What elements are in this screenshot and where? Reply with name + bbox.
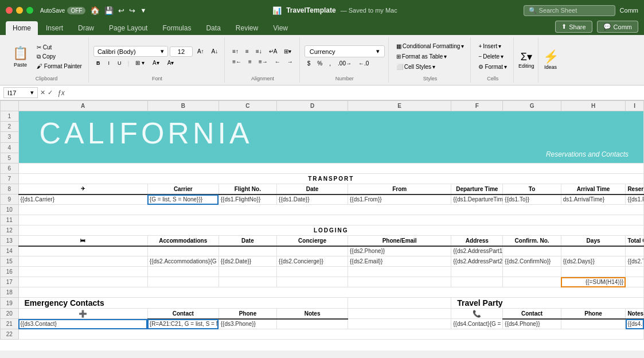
cell-b21[interactable]: {R=A21:C21, G = list, S = None}}} (147, 319, 218, 329)
cell-g16[interactable] (503, 267, 561, 277)
cell-a16[interactable] (18, 267, 147, 277)
cell-a14[interactable] (18, 246, 147, 256)
cell-a17[interactable] (18, 277, 147, 287)
col-date-t[interactable]: Date (277, 184, 348, 194)
cell-c15[interactable]: {{ds2.Date}} (218, 256, 276, 267)
comm-button[interactable]: Comm (620, 7, 638, 14)
ec-col-phone[interactable]: Phone (218, 309, 276, 319)
delete-cells-button[interactable]: − Delete ▾ (475, 52, 510, 61)
transport-header[interactable]: TRANSPORT (18, 174, 643, 184)
tab-view[interactable]: View (266, 21, 295, 35)
cell-f16[interactable] (451, 267, 503, 277)
cell-i17[interactable] (626, 277, 644, 287)
row-header-20[interactable]: 20 (1, 309, 19, 319)
minimize-button[interactable] (16, 7, 23, 14)
tp-col-contact[interactable]: Contact (503, 309, 561, 319)
col-flightno[interactable]: Flight No. (218, 184, 276, 194)
tab-data[interactable]: Data (199, 21, 227, 35)
tab-draw[interactable]: Draw (71, 21, 101, 35)
ec-col-contact[interactable]: Contact (147, 309, 218, 319)
tab-insert[interactable]: Insert (39, 21, 70, 35)
font-color-button[interactable]: A▾ (165, 59, 177, 67)
row-header-7[interactable]: 7 (1, 174, 19, 184)
ec-col-notes[interactable]: Notes (277, 309, 348, 319)
font-name-dropdown[interactable]: Calibri (Body) ▾ (93, 46, 168, 57)
redo-icon[interactable]: ↪ (129, 6, 135, 15)
cell-e17[interactable] (348, 277, 451, 287)
cell-e16[interactable] (348, 267, 451, 277)
format-as-table-button[interactable]: ⊞ Format as Table ▾ (393, 52, 467, 61)
col-header-f[interactable]: F (451, 101, 503, 111)
cell-h14[interactable] (561, 246, 626, 256)
increase-font-button[interactable]: A↑ (194, 47, 207, 56)
row-header-4[interactable]: 4 (1, 142, 19, 153)
cell-b9[interactable]: {G = list, S = None}}} (147, 194, 218, 205)
row-header-15[interactable]: 15 (1, 256, 19, 267)
cell-e9[interactable]: {{ds1.From}} (348, 194, 451, 205)
cell-f21[interactable]: {{ds4.Contact}{G = list, S = No (451, 319, 503, 329)
cell-b15[interactable]: {{ds2.Accommodations}{G = list, S = None… (147, 256, 218, 267)
italic-button[interactable]: I (105, 59, 112, 67)
fill-color-button[interactable]: A▾ (150, 59, 162, 67)
cell-h17[interactable]: {{=SUM(H14)}} (561, 277, 626, 287)
cell-e14[interactable]: {{ds2.Phone}} (348, 246, 451, 256)
col-header-g[interactable]: G (503, 101, 561, 111)
ideas-btn[interactable]: ⚡ Ideas (543, 49, 559, 70)
cell-a15[interactable] (18, 256, 147, 267)
cell-g21[interactable]: {{ds4.Phone}} (503, 319, 561, 329)
autosave-state[interactable]: OFF (67, 7, 85, 14)
row-header-5[interactable]: 5 (1, 153, 19, 163)
cell-i9[interactable]: {{ds1.ReservationNo}} (626, 194, 644, 205)
insert-cells-button[interactable]: + Insert ▾ (475, 42, 510, 50)
travel-party-header[interactable]: Travel Party (451, 298, 644, 309)
underline-button[interactable]: U (115, 59, 124, 67)
confirm-formula-button[interactable]: ✓ (48, 89, 53, 96)
col-resno[interactable]: Reservation No. (626, 184, 644, 194)
borders-button[interactable]: ⊞ ▾ (132, 59, 147, 67)
lodging-header[interactable]: LODGING (18, 225, 643, 236)
cell-styles-button[interactable]: ⬜ Cell Styles ▾ (393, 63, 467, 71)
cell-c17[interactable] (218, 277, 276, 287)
row-header-22[interactable]: 22 (1, 329, 19, 340)
col-header-i[interactable]: I (626, 101, 644, 111)
cell-f15[interactable]: {{ds2.AddressPart2}} (451, 256, 503, 267)
decimal-decrease-button[interactable]: ←.0 (356, 59, 372, 68)
empty-row-22[interactable] (18, 329, 643, 340)
cell-d17[interactable] (277, 277, 348, 287)
row-header-17[interactable]: 17 (1, 277, 19, 287)
empty-row-11[interactable] (18, 215, 643, 225)
wrap-text-button[interactable]: ↵A (266, 47, 280, 56)
col-carrier[interactable]: Carrier (147, 184, 218, 194)
emergency-header[interactable]: Emergency Contacts (18, 298, 348, 309)
align-right-button[interactable]: ≡→ (256, 57, 271, 66)
row-header-16[interactable]: 16 (1, 267, 19, 277)
bold-button[interactable]: B (93, 59, 103, 67)
cell-c14[interactable] (218, 246, 276, 256)
col-date-l[interactable]: Date (218, 236, 276, 246)
col-header-e[interactable]: E (348, 101, 451, 111)
banner-cell[interactable]: CALIFORNIA Reservations and Contacts (18, 111, 643, 164)
row-header-2[interactable]: 2 (1, 122, 19, 132)
search-box[interactable]: 🔍 Search Sheet (524, 5, 615, 16)
cell-a9[interactable]: {{ds1.Carrier} (18, 194, 147, 205)
empty-row-18[interactable] (18, 287, 643, 298)
cell-d16[interactable] (277, 267, 348, 277)
align-middle-button[interactable]: ≡ (243, 47, 252, 56)
cell-i15[interactable]: {{ds2.TotalCost}} (626, 256, 644, 267)
cell-h15[interactable]: {{ds2.Days}} (561, 256, 626, 267)
tab-home[interactable]: Home (6, 21, 38, 35)
format-cells-button[interactable]: ⚙ Format ▾ (475, 63, 510, 71)
decrease-font-button[interactable]: A↓ (209, 47, 221, 56)
cell-g15[interactable]: {{ds2.ConfirmNo}} (503, 256, 561, 267)
cell-b14[interactable] (147, 246, 218, 256)
col-from[interactable]: From (348, 184, 451, 194)
home-icon[interactable]: 🏠 (90, 6, 100, 15)
col-confirmno[interactable]: Confirm. No. (503, 236, 561, 246)
maximize-button[interactable] (26, 7, 33, 14)
tp-col-phone[interactable]: Phone (561, 309, 626, 319)
row-header-8[interactable]: 8 (1, 184, 19, 194)
font-size-box[interactable]: 12 (170, 46, 193, 57)
indent-increase-button[interactable]: → (284, 57, 296, 66)
col-header-c[interactable]: C (218, 101, 276, 111)
col-header-h[interactable]: H (561, 101, 626, 111)
